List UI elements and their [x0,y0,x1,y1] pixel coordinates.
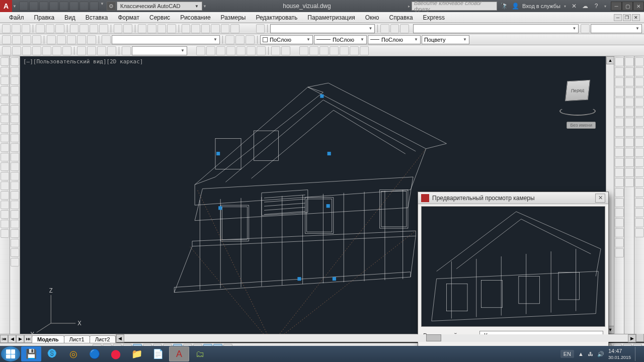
tb-r5-icon[interactable] [615,98,624,107]
tb-bottom-view-icon[interactable] [22,46,31,55]
tb-seiso-icon[interactable] [87,46,96,55]
tb-rr7-icon[interactable] [625,118,634,127]
tb-preview-icon[interactable] [46,24,54,33]
tb-r12-icon[interactable] [615,168,624,177]
tb-gradient-icon[interactable] [1,191,9,200]
tb-front-view-icon[interactable] [52,46,61,55]
tb-vs1-icon[interactable] [196,46,205,55]
workspace-selector[interactable]: Классический AutoCAD [117,2,202,11]
qat-new-icon[interactable] [19,2,28,11]
tray-flag-icon[interactable]: ▲ [578,351,584,357]
tb-annoreset-icon[interactable] [380,24,389,33]
menu-draw[interactable]: Рисование [175,13,215,22]
doc-close-button[interactable]: ✕ [632,14,640,21]
tb-mod8-icon[interactable] [11,124,19,133]
tb-layerwalk-icon[interactable] [225,35,234,44]
tb-rr13-icon[interactable] [625,178,634,187]
tb-mod6-icon[interactable] [11,105,19,114]
tb-rr3-icon[interactable] [625,77,634,86]
taskbar-autocad-icon[interactable]: A [169,346,189,361]
tb-mod20-icon[interactable] [11,239,19,247]
text-style-combo[interactable] [591,24,642,33]
maximize-button[interactable]: ▢ [622,2,633,11]
tb-redo-icon[interactable] [123,24,132,33]
app-menu-caret[interactable]: ▼ [12,4,17,9]
tb-r15-icon[interactable] [615,198,624,207]
tb-mod18-icon[interactable] [11,220,19,228]
tb-polygon-icon[interactable] [1,86,9,95]
lineweight-combo[interactable]: ПоСлою [368,35,421,44]
tb-mod7-icon[interactable] [11,115,19,123]
menu-express[interactable]: Express [418,13,450,22]
menu-format[interactable]: Формат [113,13,144,22]
tb-ray-icon[interactable] [1,67,9,75]
tab-prev-button[interactable]: ◀ [8,335,16,343]
tb-help2-icon[interactable] [256,24,265,33]
tb-copy-icon[interactable] [79,24,88,33]
tb-rrr16-icon[interactable] [635,208,644,217]
tb-ucs6-icon[interactable] [350,46,359,55]
tb-mod1-icon[interactable] [11,57,19,66]
tb-vs6-icon[interactable] [247,46,256,55]
scroll-up-button[interactable]: ▲ [606,56,614,64]
tb-spline-icon[interactable] [1,134,9,142]
tb-rr12-icon[interactable] [625,168,634,177]
tb-annodel-icon[interactable] [400,24,409,33]
taskbar-chrome-icon[interactable]: 🔵 [85,346,105,361]
tb-mod3-icon[interactable] [11,76,19,85]
minimize-button[interactable]: ─ [611,2,622,11]
tray-clock[interactable]: 14:4730.01.2015 [608,348,631,360]
qat-print-icon[interactable] [79,2,89,11]
menu-edit[interactable]: Правка [29,13,60,22]
dialog-title-bar[interactable]: Предварительный просмотр камеры ✕ [418,192,608,204]
tb-region-icon[interactable] [1,201,9,209]
qat-save-icon[interactable] [39,2,48,11]
menu-dimension[interactable]: Размеры [216,13,251,22]
doc-restore-button[interactable]: ❐ [623,14,631,21]
tb-dim-icon[interactable] [581,24,589,33]
tb-r10-icon[interactable] [615,148,624,157]
tb-vs4-icon[interactable] [226,46,235,55]
viewcube[interactable]: Перед [562,76,593,107]
tb-revcloud-icon[interactable] [1,124,9,133]
tb-calc-icon[interactable] [230,24,239,33]
tb-rr2-icon[interactable] [625,67,634,76]
help-icon[interactable]: ? [592,2,601,11]
tb-matchprop-icon[interactable] [99,24,108,33]
tb-circle-icon[interactable] [1,115,9,123]
menu-modify[interactable]: Редактировать [251,13,302,22]
tb-rrr8-icon[interactable] [635,128,644,137]
tb-line-icon[interactable] [1,57,9,66]
tb-camera-icon[interactable] [122,46,131,55]
menu-file[interactable]: Файл [4,13,29,22]
tb-table-icon[interactable] [1,210,9,219]
taskbar-opera-icon[interactable]: ⬤ [106,346,126,361]
tb-neiso-icon[interactable] [97,46,106,55]
tb-render2-icon[interactable] [281,46,290,55]
tb-vs7-icon[interactable] [257,46,266,55]
tb-sheetset-icon[interactable] [211,24,219,33]
tb-layeroff-icon[interactable] [32,35,41,44]
tb-r3-icon[interactable] [615,77,624,86]
scroll-right-button[interactable]: ▶ [628,334,636,342]
tb-top-view-icon[interactable] [12,46,21,55]
tb-mod5-icon[interactable] [11,96,19,104]
taskbar-misc-icon[interactable]: 🗂 [190,346,210,361]
view-combo[interactable] [132,46,187,55]
tb-mod14-icon[interactable] [11,182,19,190]
tb-rrr18-icon[interactable] [635,228,644,237]
tb-ellipse-icon[interactable] [1,143,9,152]
tb-vs2-icon[interactable] [206,46,215,55]
qat-saveas-icon[interactable] [49,2,58,11]
tb-rr8-icon[interactable] [625,128,634,137]
tb-rrr6-icon[interactable] [635,108,644,117]
tb-designcenter-icon[interactable] [191,24,200,33]
tb-paste-icon[interactable] [90,24,98,33]
tb-namedviews-icon[interactable] [2,46,11,55]
tb-zoom-icon[interactable] [147,24,156,33]
tb-r20-icon[interactable] [615,248,624,257]
tb-rrr2-icon[interactable] [635,67,644,76]
tb-layermerge-icon[interactable] [235,35,245,44]
tb-rrr5-icon[interactable] [635,98,644,107]
tray-language[interactable]: EN [560,350,574,358]
